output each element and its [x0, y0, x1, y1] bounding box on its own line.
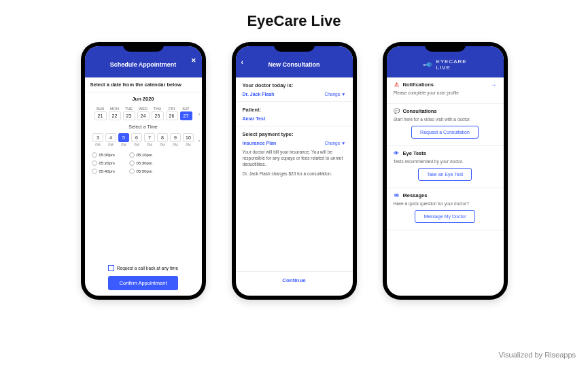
payment-section: Select payment type: Insurance Plan Chan…	[236, 126, 353, 181]
doctor-label: Your doctor today is:	[243, 82, 346, 88]
day-wed[interactable]: WED24	[137, 107, 150, 120]
hour-4[interactable]: 4PM	[105, 133, 116, 147]
messages-title: Messages	[403, 192, 428, 198]
chevron-right-icon[interactable]: ›	[198, 137, 201, 144]
radio-icon	[129, 152, 135, 158]
day-sun[interactable]: SUN21	[94, 107, 107, 120]
messages-sub: Have a quick question for your doctor?	[394, 201, 497, 206]
alert-icon: ⚠	[394, 82, 400, 88]
bottom-panel: Request a call back at any time Confirm …	[85, 265, 202, 290]
slots-grid: 05:00pm 05:10pm 05:20pm 05:30pm 05:40pm …	[85, 148, 202, 178]
hour-9[interactable]: 9PM	[170, 133, 181, 147]
month-label: Jun 2020	[85, 92, 202, 105]
consultations-sub: Start here for a video visit with a doct…	[394, 117, 497, 122]
eyetests-sub: Tests recommended by your doctor.	[394, 159, 497, 164]
instruction-bar: Select a date from the calendar below	[85, 77, 202, 92]
patient-value: Amar Test	[243, 116, 266, 121]
slot-0500[interactable]: 05:00pm	[92, 152, 122, 158]
select-time-label: Select a Time	[85, 122, 202, 132]
hour-10[interactable]: 10PM	[183, 133, 194, 147]
confirm-appointment-button[interactable]: Confirm Appointment	[108, 276, 177, 290]
notifications-title: Notifications	[403, 82, 434, 88]
day-fri[interactable]: FRI26	[166, 107, 178, 120]
messages-card: ✉ Messages Have a quick question for you…	[387, 188, 504, 230]
chevron-right-icon[interactable]: ›	[198, 111, 201, 118]
mail-icon: ✉	[394, 192, 400, 198]
brand-logo: EYECARELIVE	[426, 58, 466, 71]
hour-3[interactable]: 3PM	[92, 133, 103, 147]
hour-7[interactable]: 7PM	[144, 133, 155, 147]
eye-logo-icon	[426, 62, 434, 67]
phones-row: Schedule Appointment ✕ Select a date fro…	[0, 42, 588, 300]
hour-8[interactable]: 8PM	[157, 133, 168, 147]
back-icon[interactable]: ‹	[241, 58, 243, 66]
phone-consultation: ‹ New Consultation Your doctor today is:…	[232, 42, 357, 300]
change-doctor-link[interactable]: Change ▼	[324, 92, 345, 97]
payment-label: Select payment type:	[243, 131, 346, 137]
close-icon[interactable]: ✕	[191, 57, 196, 64]
doctor-value: Dr. Jack Flash	[243, 92, 275, 97]
phone-schedule: Schedule Appointment ✕ Select a date fro…	[81, 42, 206, 300]
slot-0520[interactable]: 05:20pm	[92, 160, 122, 166]
radio-icon	[92, 160, 97, 166]
consultations-card: 💬 Consultations Start here for a video v…	[387, 104, 504, 146]
day-sat[interactable]: SAT27	[180, 107, 192, 120]
day-thu[interactable]: THU25	[152, 107, 164, 120]
request-consultation-button[interactable]: Request a Consultation	[411, 126, 479, 139]
slot-0530[interactable]: 05:30pm	[129, 160, 160, 166]
day-tue[interactable]: TUE23	[123, 107, 135, 120]
slot-0540[interactable]: 05:40pm	[92, 169, 122, 174]
notifications-sub: Please complete your user profile	[394, 90, 497, 95]
radio-icon	[92, 169, 97, 174]
checkbox-icon	[108, 265, 114, 271]
slot-0550[interactable]: 05:50pm	[129, 169, 160, 174]
payment-desc-2: Dr. Jack Flash charges $20 for a consult…	[243, 171, 346, 177]
take-eyetest-button[interactable]: Take an Eye Test	[418, 168, 472, 181]
eyetests-title: Eye Tests	[403, 150, 426, 156]
arrow-right-icon: →	[491, 82, 497, 88]
hours-row: 3PM 4PM 5PM 6PM 7PM 8PM 9PM 10PM ›	[85, 132, 202, 148]
phone-home: ≡ EYECARELIVE ⚠ Notifications → Please c…	[383, 42, 508, 300]
payment-desc-1: Your doctor will bill your insurance. Yo…	[243, 149, 346, 167]
radio-icon	[129, 169, 135, 174]
footer-credit: Visualized by Riseapps	[498, 351, 576, 359]
notch	[425, 42, 466, 52]
hour-6[interactable]: 6PM	[131, 133, 142, 147]
notch	[123, 42, 164, 52]
radio-icon	[92, 152, 97, 158]
eye-icon: 👁	[394, 150, 400, 156]
chat-icon: 💬	[394, 108, 400, 114]
callback-label: Request a call back at any time	[117, 266, 178, 270]
page-title: EyeCare Live	[0, 12, 588, 30]
doctor-section: Your doctor today is: Dr. Jack Flash Cha…	[236, 77, 353, 102]
payment-value: Insurance Plan	[243, 141, 277, 145]
header-title: New Consultation	[269, 61, 320, 68]
header-title: Schedule Appointment	[110, 61, 177, 68]
notifications-card[interactable]: ⚠ Notifications → Please complete your u…	[387, 77, 504, 104]
consultations-title: Consultations	[403, 108, 437, 114]
slot-0510[interactable]: 05:10pm	[129, 152, 160, 158]
callback-row[interactable]: Request a call back at any time	[85, 265, 202, 271]
patient-label: Patient:	[243, 107, 346, 113]
patient-section: Patient: Amar Test	[236, 102, 353, 126]
hour-5[interactable]: 5PM	[118, 133, 129, 147]
change-payment-link[interactable]: Change ▼	[324, 141, 345, 145]
day-mon[interactable]: MON22	[109, 107, 121, 120]
eyetests-card: 👁 Eye Tests Tests recommended by your do…	[387, 146, 504, 188]
continue-button[interactable]: Continue	[236, 271, 353, 289]
week-row: SUN21 MON22 TUE23 WED24 THU25 FRI26 SAT2…	[85, 105, 202, 122]
radio-icon	[129, 160, 135, 166]
notch	[274, 42, 315, 52]
message-doctor-button[interactable]: Message My Doctor	[415, 210, 474, 223]
